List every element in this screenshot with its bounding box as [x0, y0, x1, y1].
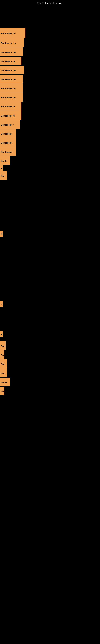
bottleneck-label: Bottleneck re — [0, 111, 21, 120]
bottleneck-label: B — [0, 231, 3, 237]
bottleneck-label: B — [0, 301, 3, 307]
bottleneck-label: Bott — [0, 360, 7, 368]
bottleneck-label: Bo — [0, 386, 4, 396]
bottleneck-label: Bottleneck res — [0, 93, 23, 102]
bottleneck-label: B — [0, 331, 3, 337]
bottleneck-label: Bottleneck re — [0, 102, 21, 111]
bottleneck-label: Bottleneck res — [0, 48, 23, 56]
bottleneck-label: Bottleneck res — [0, 75, 23, 84]
bottleneck-label: B — [0, 165, 3, 171]
bottleneck-label: Bott — [0, 171, 7, 180]
bottleneck-label: Bottleneck res — [0, 38, 24, 47]
bottleneck-label: Bottleneck res — [0, 28, 25, 38]
bottleneck-label: Bottleneck — [0, 147, 16, 156]
bottleneck-label: Bottleneck re — [0, 56, 21, 66]
bottleneck-label: Bo — [0, 350, 4, 359]
bottleneck-label: Bottle — [0, 378, 10, 386]
bottleneck-label: Bottle — [0, 156, 10, 165]
bottleneck-label: Bottleneck — [0, 138, 16, 147]
bottleneck-label: Bot — [0, 341, 6, 350]
bottleneck-label: Bottleneck res — [0, 84, 23, 92]
bottleneck-label: Bottleneck — [0, 129, 16, 138]
site-title: TheBottlenecker.com — [0, 0, 100, 6]
bottleneck-label: Bottleneck r — [0, 120, 20, 129]
bottleneck-label: Bott — [0, 368, 7, 377]
bottleneck-label: Bottleneck res — [0, 66, 24, 74]
